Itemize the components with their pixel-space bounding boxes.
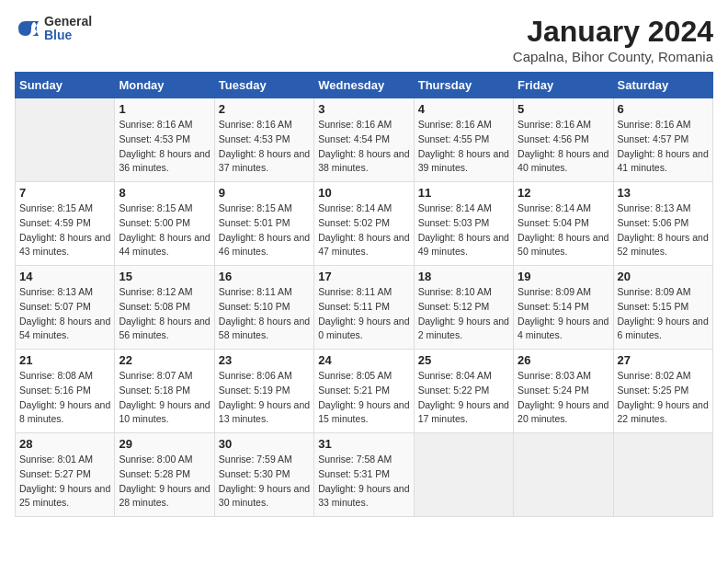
day-info: Sunrise: 8:14 AMSunset: 5:02 PMDaylight:… [318, 201, 409, 259]
day-number: 20 [618, 270, 709, 283]
day-number: 9 [219, 186, 310, 200]
logo-general-text: General [44, 15, 92, 29]
day-info: Sunrise: 8:15 AMSunset: 5:00 PMDaylight:… [119, 201, 210, 259]
day-info: Sunrise: 8:14 AMSunset: 5:03 PMDaylight:… [418, 201, 509, 259]
week-row-3: 14 Sunrise: 8:13 AMSunset: 5:07 PMDaylig… [16, 266, 713, 350]
day-info: Sunrise: 8:02 AMSunset: 5:25 PMDaylight:… [618, 369, 709, 427]
day-number: 27 [618, 353, 709, 367]
day-info: Sunrise: 8:08 AMSunset: 5:16 PMDaylight:… [19, 369, 110, 427]
day-number: 1 [119, 102, 210, 116]
day-cell: 17 Sunrise: 8:11 AMSunset: 5:11 PMDaylig… [314, 266, 414, 350]
day-cell: 30 Sunrise: 7:59 AMSunset: 5:30 PMDaylig… [214, 433, 313, 517]
day-cell: 3 Sunrise: 8:16 AMSunset: 4:54 PMDayligh… [314, 98, 414, 182]
day-number: 2 [219, 102, 310, 116]
day-number: 16 [219, 270, 310, 283]
day-number: 12 [518, 186, 609, 200]
header-row: Sunday Monday Tuesday Wednesday Thursday… [16, 73, 713, 98]
day-number: 3 [318, 102, 409, 116]
day-cell: 21 Sunrise: 8:08 AMSunset: 5:16 PMDaylig… [16, 350, 115, 433]
day-cell: 28 Sunrise: 8:01 AMSunset: 5:27 PMDaylig… [16, 433, 115, 517]
day-info: Sunrise: 8:11 AMSunset: 5:11 PMDaylight:… [318, 285, 409, 343]
day-info: Sunrise: 8:15 AMSunset: 5:01 PMDaylight:… [219, 201, 310, 259]
logo: General Blue [15, 15, 92, 43]
day-number: 11 [418, 186, 509, 200]
day-cell: 1 Sunrise: 8:16 AMSunset: 4:53 PMDayligh… [115, 98, 214, 182]
header-friday: Friday [514, 73, 613, 98]
day-cell: 31 Sunrise: 7:58 AMSunset: 5:31 PMDaylig… [314, 433, 414, 517]
header-saturday: Saturday [613, 73, 712, 98]
week-row-5: 28 Sunrise: 8:01 AMSunset: 5:27 PMDaylig… [16, 433, 713, 517]
header-tuesday: Tuesday [214, 73, 313, 98]
day-number: 6 [618, 102, 709, 116]
day-info: Sunrise: 8:13 AMSunset: 5:06 PMDaylight:… [618, 201, 709, 259]
header-monday: Monday [115, 73, 214, 98]
day-cell: 12 Sunrise: 8:14 AMSunset: 5:04 PMDaylig… [514, 182, 613, 266]
day-info: Sunrise: 8:06 AMSunset: 5:19 PMDaylight:… [219, 369, 310, 427]
day-info: Sunrise: 8:13 AMSunset: 5:07 PMDaylight:… [19, 285, 110, 343]
day-cell: 7 Sunrise: 8:15 AMSunset: 4:59 PMDayligh… [16, 182, 115, 266]
calendar-header: Sunday Monday Tuesday Wednesday Thursday… [16, 73, 713, 98]
page-header: General Blue January 2024 Capalna, Bihor… [15, 15, 713, 64]
day-cell [514, 433, 613, 517]
day-info: Sunrise: 7:58 AMSunset: 5:31 PMDaylight:… [318, 453, 409, 511]
day-number: 30 [219, 437, 310, 451]
day-cell: 27 Sunrise: 8:02 AMSunset: 5:25 PMDaylig… [613, 350, 712, 433]
day-info: Sunrise: 8:12 AMSunset: 5:08 PMDaylight:… [119, 285, 210, 343]
day-info: Sunrise: 8:16 AMSunset: 4:53 PMDaylight:… [219, 118, 310, 176]
day-info: Sunrise: 8:11 AMSunset: 5:10 PMDaylight:… [219, 285, 310, 343]
day-number: 15 [119, 270, 210, 283]
day-number: 21 [19, 353, 110, 367]
day-info: Sunrise: 8:03 AMSunset: 5:24 PMDaylight:… [518, 369, 609, 427]
day-number: 8 [119, 186, 210, 200]
day-number: 28 [19, 437, 110, 451]
day-number: 24 [318, 353, 409, 367]
day-cell: 13 Sunrise: 8:13 AMSunset: 5:06 PMDaylig… [613, 182, 712, 266]
day-number: 13 [618, 186, 709, 200]
day-number: 29 [119, 437, 210, 451]
day-cell: 24 Sunrise: 8:05 AMSunset: 5:21 PMDaylig… [314, 350, 414, 433]
day-cell: 23 Sunrise: 8:06 AMSunset: 5:19 PMDaylig… [214, 350, 313, 433]
day-info: Sunrise: 8:16 AMSunset: 4:56 PMDaylight:… [518, 118, 609, 176]
logo-icon [15, 16, 40, 41]
day-cell: 19 Sunrise: 8:09 AMSunset: 5:14 PMDaylig… [514, 266, 613, 350]
day-cell: 11 Sunrise: 8:14 AMSunset: 5:03 PMDaylig… [414, 182, 513, 266]
day-info: Sunrise: 8:05 AMSunset: 5:21 PMDaylight:… [318, 369, 409, 427]
day-number: 17 [318, 270, 409, 283]
logo-text: General Blue [44, 15, 92, 43]
title-section: January 2024 Capalna, Bihor County, Roma… [513, 15, 713, 64]
day-info: Sunrise: 8:14 AMSunset: 5:04 PMDaylight:… [518, 201, 609, 259]
day-info: Sunrise: 8:09 AMSunset: 5:14 PMDaylight:… [518, 285, 609, 343]
day-info: Sunrise: 8:10 AMSunset: 5:12 PMDaylight:… [418, 285, 509, 343]
day-number: 7 [19, 186, 110, 200]
day-info: Sunrise: 8:16 AMSunset: 4:55 PMDaylight:… [418, 118, 509, 176]
day-cell: 26 Sunrise: 8:03 AMSunset: 5:24 PMDaylig… [514, 350, 613, 433]
week-row-4: 21 Sunrise: 8:08 AMSunset: 5:16 PMDaylig… [16, 350, 713, 433]
day-number: 31 [318, 437, 409, 451]
week-row-1: 1 Sunrise: 8:16 AMSunset: 4:53 PMDayligh… [16, 98, 713, 182]
day-cell [16, 98, 115, 182]
day-number: 4 [418, 102, 509, 116]
day-info: Sunrise: 8:16 AMSunset: 4:53 PMDaylight:… [119, 118, 210, 176]
day-cell: 29 Sunrise: 8:00 AMSunset: 5:28 PMDaylig… [115, 433, 214, 517]
day-info: Sunrise: 8:01 AMSunset: 5:27 PMDaylight:… [19, 453, 110, 511]
day-cell [613, 433, 712, 517]
day-number: 25 [418, 353, 509, 367]
day-number: 26 [518, 353, 609, 367]
calendar-subtitle: Capalna, Bihor County, Romania [513, 49, 713, 64]
day-cell: 22 Sunrise: 8:07 AMSunset: 5:18 PMDaylig… [115, 350, 214, 433]
calendar-title: January 2024 [513, 15, 713, 49]
day-info: Sunrise: 8:15 AMSunset: 4:59 PMDaylight:… [19, 201, 110, 259]
day-cell [414, 433, 513, 517]
day-cell: 4 Sunrise: 8:16 AMSunset: 4:55 PMDayligh… [414, 98, 513, 182]
week-row-2: 7 Sunrise: 8:15 AMSunset: 4:59 PMDayligh… [16, 182, 713, 266]
day-number: 18 [418, 270, 509, 283]
day-number: 19 [518, 270, 609, 283]
day-info: Sunrise: 8:16 AMSunset: 4:57 PMDaylight:… [618, 118, 709, 176]
day-info: Sunrise: 8:07 AMSunset: 5:18 PMDaylight:… [119, 369, 210, 427]
header-sunday: Sunday [16, 73, 115, 98]
day-cell: 20 Sunrise: 8:09 AMSunset: 5:15 PMDaylig… [613, 266, 712, 350]
day-number: 5 [518, 102, 609, 116]
day-info: Sunrise: 8:04 AMSunset: 5:22 PMDaylight:… [418, 369, 509, 427]
day-cell: 2 Sunrise: 8:16 AMSunset: 4:53 PMDayligh… [214, 98, 313, 182]
day-number: 22 [119, 353, 210, 367]
